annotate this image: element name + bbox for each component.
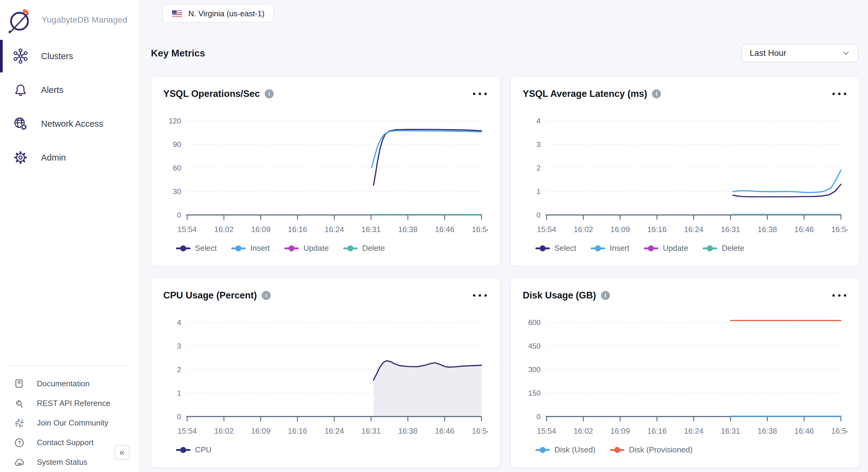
svg-text:3: 3 xyxy=(537,140,541,149)
legend-marker-icon xyxy=(535,245,550,251)
chevron-down-icon xyxy=(841,49,850,58)
book-icon xyxy=(14,378,25,389)
legend-marker-icon xyxy=(231,245,246,251)
region-chip[interactable]: N. Virginia (us-east-1) xyxy=(162,4,274,23)
chart-area: 030609012015:5416:0216:0916:1616:2416:31… xyxy=(163,104,488,253)
legend-item-insert: Insert xyxy=(231,244,270,253)
globe-gear-icon xyxy=(13,116,28,132)
sidebar-item-clusters[interactable]: Clusters xyxy=(0,39,139,73)
chart-title: Disk Usage (GB) xyxy=(523,290,596,301)
sidebar-link-rest-api[interactable]: REST API Reference xyxy=(0,394,138,413)
card-menu-button[interactable] xyxy=(472,90,488,98)
brand-name: YugabyteDB Managed xyxy=(42,15,127,25)
svg-text:16:16: 16:16 xyxy=(288,225,307,233)
card-menu-button[interactable] xyxy=(472,291,488,300)
card-header: Disk Usage (GB) i xyxy=(523,288,847,303)
sidebar-link-documentation[interactable]: Documentation xyxy=(0,374,138,394)
card-menu-button[interactable] xyxy=(831,90,847,98)
section-title: Key Metrics xyxy=(151,48,205,59)
chart-canvas: 015030045060015:5416:0216:0916:1616:2416… xyxy=(523,306,847,444)
svg-text:16:46: 16:46 xyxy=(794,427,814,435)
svg-text:16:24: 16:24 xyxy=(325,225,344,233)
active-indicator xyxy=(0,40,3,72)
sidebar-link-community[interactable]: Join Our Community xyxy=(0,413,138,433)
svg-text:15:54: 15:54 xyxy=(178,427,197,435)
chart-area: 015030045060015:5416:0216:0916:1616:2416… xyxy=(523,306,847,454)
svg-text:16:16: 16:16 xyxy=(647,225,667,233)
legend-label: Insert xyxy=(610,244,629,253)
legend-label: Delete xyxy=(722,244,744,253)
sidebar-collapse-button[interactable]: « xyxy=(114,445,129,460)
legend-label: Select xyxy=(554,244,576,253)
svg-text:4: 4 xyxy=(537,117,541,125)
svg-text:600: 600 xyxy=(528,318,540,326)
svg-text:16:46: 16:46 xyxy=(435,427,454,435)
gear-icon xyxy=(13,150,28,165)
region-row: N. Virginia (us-east-1) xyxy=(151,4,858,23)
legend-label: CPU xyxy=(195,445,212,454)
info-icon[interactable]: i xyxy=(652,89,661,98)
sidebar-item-network-access[interactable]: Network Access xyxy=(0,107,139,140)
svg-text:16:24: 16:24 xyxy=(684,427,704,435)
legend-item-delete: Delete xyxy=(703,244,744,253)
chart-legend: Disk (Used)Disk (Provisioned) xyxy=(535,445,847,454)
sidebar-link-label: Documentation xyxy=(37,379,90,388)
legend-marker-icon xyxy=(284,245,299,251)
info-icon[interactable]: i xyxy=(601,291,610,300)
info-icon[interactable]: i xyxy=(265,89,274,98)
region-chip-label: N. Virginia (us-east-1) xyxy=(188,9,265,19)
chart-legend: SelectInsertUpdateDelete xyxy=(535,244,847,253)
brand[interactable]: YugabyteDB Managed xyxy=(0,0,139,35)
sidebar-item-label: Alerts xyxy=(41,85,63,95)
card-menu-button[interactable] xyxy=(831,291,847,300)
sidebar-link-label: REST API Reference xyxy=(37,399,111,408)
info-icon[interactable]: i xyxy=(262,291,271,300)
chart-canvas: 030609012015:5416:0216:0916:1616:2416:31… xyxy=(163,104,488,242)
svg-text:16:02: 16:02 xyxy=(574,225,593,233)
svg-text:16:02: 16:02 xyxy=(214,427,234,435)
card-header: CPU Usage (Percent) i xyxy=(163,288,488,303)
chart-canvas: 0123415:5416:0216:0916:1616:2416:3116:38… xyxy=(163,306,488,444)
svg-text:0: 0 xyxy=(537,211,541,219)
svg-text:300: 300 xyxy=(528,366,540,374)
legend-label: Delete xyxy=(362,244,385,253)
sidebar-item-admin[interactable]: Admin xyxy=(0,140,139,175)
sidebar-item-alerts[interactable]: Alerts xyxy=(0,73,139,107)
svg-text:16:16: 16:16 xyxy=(647,427,667,435)
legend-item-delete: Delete xyxy=(343,244,385,253)
question-circle-icon: ? xyxy=(14,437,25,448)
chart-card-ysql-operations: YSQL Operations/Sec i 030609012015:5416:… xyxy=(151,77,500,266)
svg-text:?: ? xyxy=(18,440,21,445)
legend-marker-icon xyxy=(703,245,717,251)
legend-label: Update xyxy=(303,244,329,253)
svg-text:16:31: 16:31 xyxy=(361,225,380,233)
chart-card-ysql-latency: YSQL Average Latency (ms) i 0123415:5416… xyxy=(510,77,860,266)
svg-text:1: 1 xyxy=(177,389,181,397)
svg-text:60: 60 xyxy=(173,164,181,172)
metrics-header: Key Metrics Last Hour xyxy=(151,44,858,62)
legend-marker-icon xyxy=(343,245,358,251)
legend-marker-icon xyxy=(644,245,658,251)
sidebar: YugabyteDB Managed Clusters xyxy=(0,0,140,472)
clusters-icon xyxy=(13,48,28,64)
legend-item-insert: Insert xyxy=(591,244,629,253)
chart-title: CPU Usage (Percent) xyxy=(163,290,257,301)
svg-text:16:31: 16:31 xyxy=(721,427,740,435)
time-range-select[interactable]: Last Hour xyxy=(741,44,858,62)
svg-text:450: 450 xyxy=(528,342,540,350)
chart-legend: SelectInsertUpdateDelete xyxy=(176,244,488,253)
svg-text:0: 0 xyxy=(177,413,181,421)
svg-text:16:09: 16:09 xyxy=(251,427,271,435)
svg-text:4: 4 xyxy=(177,318,181,326)
legend-label: Update xyxy=(663,244,688,253)
svg-text:1: 1 xyxy=(537,187,541,195)
svg-text:16:16: 16:16 xyxy=(288,427,307,435)
svg-text:16:31: 16:31 xyxy=(361,427,380,435)
chart-legend: CPU xyxy=(176,445,488,454)
legend-marker-icon xyxy=(591,245,605,251)
legend-item-update: Update xyxy=(644,244,688,253)
divider xyxy=(9,366,129,366)
chart-title: YSQL Operations/Sec xyxy=(163,88,260,99)
svg-text:16:46: 16:46 xyxy=(435,225,454,233)
us-flag-icon xyxy=(172,10,182,17)
